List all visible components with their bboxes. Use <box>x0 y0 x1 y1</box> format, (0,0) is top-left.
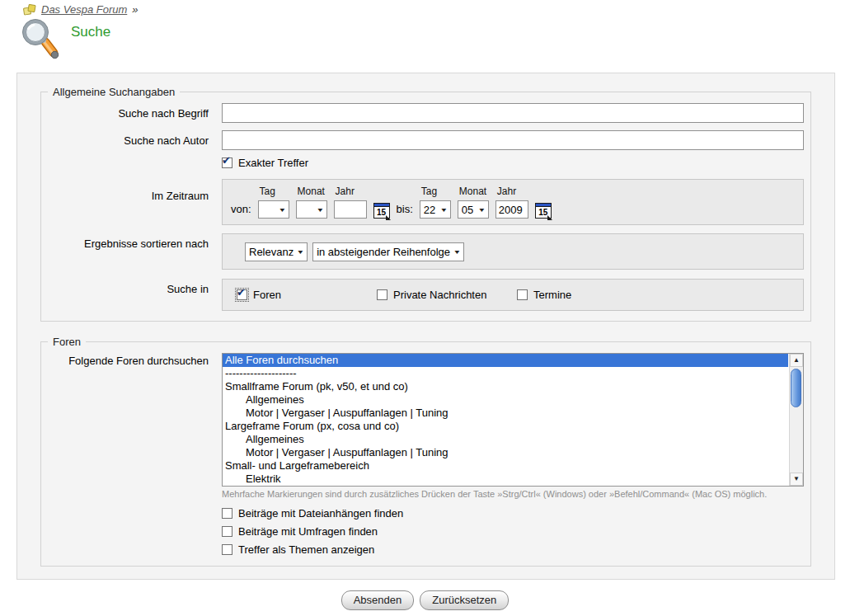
from-month-select[interactable]: ▼ <box>296 200 327 219</box>
to-year-input[interactable] <box>495 200 528 219</box>
scope-appointments: Termine <box>517 289 571 301</box>
sort-order-select[interactable]: in absteigender Reihenfolge▼ <box>312 242 464 261</box>
scroll-down-icon[interactable]: ▼ <box>790 473 803 486</box>
dropdown-arrow-icon: ▼ <box>278 207 286 213</box>
to-day-select[interactable]: 22▼ <box>420 200 451 219</box>
year-header: Jahr <box>495 186 528 200</box>
listbox-scrollbar[interactable]: ▲ ▼ <box>789 354 803 486</box>
from-day-select[interactable]: ▼ <box>258 200 289 219</box>
scrollbar-thumb[interactable] <box>791 369 801 407</box>
scope-appointments-checkbox[interactable] <box>517 289 528 300</box>
exact-match-checkbox[interactable]: ✔ <box>222 158 232 168</box>
multi-select-hint: Mehrfache Markierungen sind durch zusätz… <box>222 489 804 499</box>
reset-button[interactable]: Zurücksetzen <box>420 590 509 610</box>
month-header: Monat <box>458 186 489 200</box>
scope-row: Suche in ✔ Foren Private Nachrichten <box>41 279 810 311</box>
forum-select-label: Folgende Foren durchsuchen <box>41 353 222 556</box>
option-polls-row: Beiträge mit Umfragen finden <box>222 525 804 538</box>
forum-list-item[interactable]: Small- und Largeframebereich <box>223 459 788 473</box>
scope-private-messages: Private Nachrichten <box>377 289 517 301</box>
from-label: von: <box>231 203 251 219</box>
forums-fieldset: Foren Folgende Foren durchsuchen Alle Fo… <box>40 336 811 567</box>
scope-private-messages-label: Private Nachrichten <box>393 289 486 301</box>
scope-private-messages-checkbox[interactable] <box>377 289 387 300</box>
search-term-input[interactable] <box>222 103 804 123</box>
checkmark-icon: ✔ <box>222 154 231 167</box>
forum-select-row: Folgende Foren durchsuchen Alle Foren du… <box>41 353 810 556</box>
form-actions: Absenden Zurücksetzen <box>0 590 850 610</box>
to-calendar-icon[interactable]: 15 <box>535 203 552 219</box>
forum-list-item[interactable]: Allgemeines <box>223 393 788 407</box>
search-form-panel: Allgemeine Suchangaben Suche nach Begrif… <box>16 73 835 580</box>
dropdown-arrow-icon: ▼ <box>477 207 486 213</box>
breadcrumb-separator: » <box>132 3 138 16</box>
search-author-input[interactable] <box>222 130 804 150</box>
year-header: Jahr <box>334 186 367 200</box>
attachments-checkbox[interactable] <box>222 508 232 519</box>
period-row: Im Zeitraum Tag Monat Jahr von: ▼ ▼ <box>41 179 810 225</box>
month-header: Monat <box>296 186 327 200</box>
show-topics-checkbox[interactable] <box>222 544 232 555</box>
dropdown-arrow-icon: ▼ <box>316 207 324 213</box>
forum-listbox-wrap: Alle Foren durchsuchen -----------------… <box>222 353 804 487</box>
from-calendar-icon[interactable]: 15 <box>373 203 390 219</box>
forums-legend: Foren <box>48 336 86 348</box>
search-term-label: Suche nach Begriff <box>41 103 222 123</box>
option-show-topics-row: Treffer als Themen anzeigen <box>222 543 804 556</box>
breadcrumb-forum-link[interactable]: Das Vespa Forum <box>41 3 127 16</box>
forum-list-item[interactable]: Allgemeines <box>223 433 788 446</box>
general-fieldset: Allgemeine Suchangaben Suche nach Begrif… <box>40 86 811 322</box>
attachments-label: Beiträge mit Dateianhängen finden <box>238 507 403 520</box>
page-header: Suche <box>20 18 110 63</box>
scope-forums: ✔ Foren <box>237 289 377 301</box>
date-to-group: Tag Monat Jahr bis: 22▼ 05▼ 15 <box>397 186 552 219</box>
page: Das Vespa Forum » Suche Allgemeine Sucha… <box>0 0 850 616</box>
exact-match-label: Exakter Treffer <box>238 157 308 169</box>
day-header: Tag <box>420 186 451 200</box>
dropdown-arrow-icon: ▼ <box>297 249 305 255</box>
search-author-label: Suche nach Autor <box>41 130 222 150</box>
period-box: Tag Monat Jahr von: ▼ ▼ 15 Tag <box>222 179 804 225</box>
polls-checkbox[interactable] <box>222 526 232 537</box>
general-legend: Allgemeine Suchangaben <box>48 86 180 98</box>
scroll-up-icon[interactable]: ▲ <box>790 354 803 367</box>
page-title: Suche <box>71 24 110 40</box>
checkmark-icon: ✔ <box>237 286 246 299</box>
forum-list-item[interactable]: Elektrik <box>223 473 788 486</box>
forum-list-item[interactable]: Alle Foren durchsuchen <box>223 354 788 367</box>
search-term-row: Suche nach Begriff <box>41 103 810 123</box>
sort-label: Ergebnisse sortieren nach <box>41 233 222 270</box>
scope-box: ✔ Foren Private Nachrichten Termine <box>222 279 804 311</box>
to-label: bis: <box>397 203 413 219</box>
show-topics-label: Treffer als Themen anzeigen <box>238 543 374 556</box>
period-label: Im Zeitraum <box>41 179 222 225</box>
sort-field-select[interactable]: Relevanz▼ <box>245 242 308 261</box>
sort-row: Ergebnisse sortieren nach Relevanz▼ in a… <box>41 233 810 270</box>
dropdown-arrow-icon: ▼ <box>453 249 462 255</box>
scope-appointments-label: Termine <box>533 289 571 301</box>
dropdown-arrow-icon: ▼ <box>439 207 448 213</box>
forum-list-item[interactable]: -------------------- <box>223 367 788 380</box>
polls-label: Beiträge mit Umfragen finden <box>238 525 378 538</box>
day-header: Tag <box>258 186 289 200</box>
magnifier-icon <box>20 18 61 63</box>
search-author-row: Suche nach Autor <box>41 130 810 150</box>
option-attachments-row: Beiträge mit Dateianhängen finden <box>222 507 804 520</box>
forum-cubes-icon <box>23 4 36 16</box>
to-month-select[interactable]: 05▼ <box>458 200 489 219</box>
forum-list-item[interactable]: Smallframe Forum (pk, v50, et und co) <box>223 380 788 393</box>
submit-button[interactable]: Absenden <box>341 590 415 610</box>
breadcrumb: Das Vespa Forum » <box>23 3 139 16</box>
from-year-input[interactable] <box>334 200 367 219</box>
scope-label: Suche in <box>41 279 222 311</box>
sort-box: Relevanz▼ in absteigender Reihenfolge▼ <box>222 233 804 270</box>
exact-match-row: ✔ Exakter Treffer <box>41 157 810 169</box>
forum-list-item[interactable]: Motor | Vergaser | Auspuffanlagen | Tuni… <box>223 446 788 459</box>
forum-list-item[interactable]: Largeframe Forum (px, cosa und co) <box>223 420 788 433</box>
scope-forums-label: Foren <box>253 289 281 301</box>
forum-listbox[interactable]: Alle Foren durchsuchen -----------------… <box>222 353 804 487</box>
forum-list-item[interactable]: Motor | Vergaser | Auspuffanlagen | Tuni… <box>223 407 788 420</box>
scope-forums-checkbox[interactable]: ✔ <box>237 289 247 300</box>
date-from-group: Tag Monat Jahr von: ▼ ▼ 15 <box>231 186 390 219</box>
